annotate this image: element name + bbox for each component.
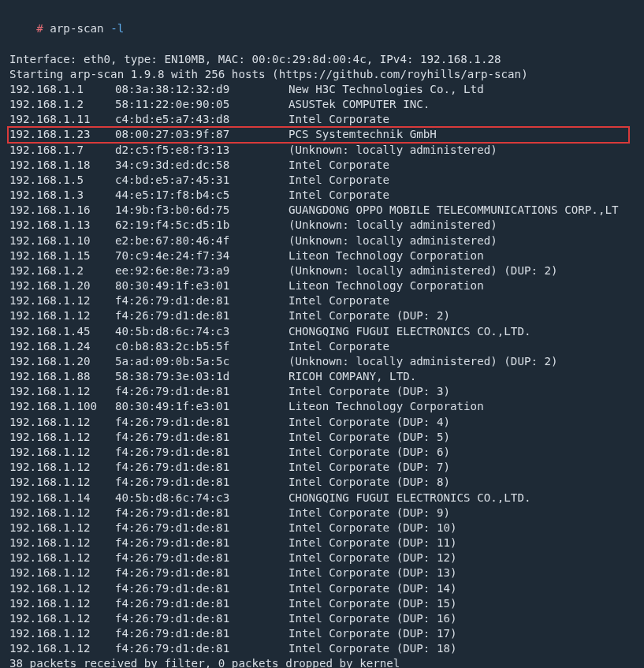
arp-mac: f4:26:79:d1:de:81 — [115, 550, 288, 565]
arp-mac: 34:c9:3d:ed:dc:58 — [115, 158, 288, 173]
arp-ip: 192.168.1.12 — [9, 596, 115, 611]
arp-mac: f4:26:79:d1:de:81 — [115, 506, 288, 521]
arp-result-row: 192.168.1.11c4:bd:e5:a7:43:d8Intel Corpo… — [9, 112, 635, 127]
arp-ip: 192.168.1.12 — [9, 641, 115, 656]
arp-ip: 192.168.1.12 — [9, 521, 115, 536]
arp-mac: 40:5b:d8:6c:74:c3 — [115, 324, 288, 339]
arp-result-row: 192.168.1.2308:00:27:03:9f:87PCS Systemt… — [9, 127, 635, 142]
arp-vendor: Intel Corporate (DUP: 17) — [288, 626, 457, 641]
arp-ip: 192.168.1.5 — [9, 173, 115, 188]
arp-result-row: 192.168.1.205a:ad:09:0b:5a:5c(Unknown: l… — [9, 354, 635, 369]
arp-result-row: 192.168.1.344:e5:17:f8:b4:c5Intel Corpor… — [9, 188, 635, 203]
arp-vendor: (Unknown: locally administered) (DUP: 2) — [288, 354, 558, 369]
arp-ip: 192.168.1.7 — [9, 143, 115, 158]
arp-ip: 192.168.1.12 — [9, 430, 115, 445]
arp-result-row: 192.168.1.24c0:b8:83:2c:b5:5fIntel Corpo… — [9, 339, 635, 354]
arp-mac: 80:30:49:1f:e3:01 — [115, 278, 288, 293]
arp-result-row: 192.168.1.12f4:26:79:d1:de:81Intel Corpo… — [9, 308, 635, 323]
arp-ip: 192.168.1.12 — [9, 475, 115, 490]
arp-mac: f4:26:79:d1:de:81 — [115, 565, 288, 580]
arp-mac: c4:bd:e5:a7:43:d8 — [115, 112, 288, 127]
arp-vendor: Intel Corporate (DUP: 15) — [288, 596, 457, 611]
arp-result-row: 192.168.1.12f4:26:79:d1:de:81Intel Corpo… — [9, 521, 635, 536]
prompt-line: # arp-scan -l — [9, 6, 635, 52]
arp-ip: 192.168.1.12 — [9, 536, 115, 550]
arp-result-row: 192.168.1.1440:5b:d8:6c:74:c3CHONGQING F… — [9, 491, 635, 506]
arp-ip: 192.168.1.12 — [9, 581, 115, 596]
arp-mac: 5a:ad:09:0b:5a:5c — [115, 354, 288, 369]
arp-ip: 192.168.1.12 — [9, 550, 115, 565]
arp-result-row: 192.168.1.12f4:26:79:d1:de:81Intel Corpo… — [9, 384, 635, 399]
arp-ip: 192.168.1.20 — [9, 354, 115, 369]
arp-vendor: Intel Corporate (DUP: 7) — [288, 460, 450, 475]
arp-mac: f4:26:79:d1:de:81 — [115, 430, 288, 445]
arp-mac: 80:30:49:1f:e3:01 — [115, 399, 288, 414]
arp-mac: f4:26:79:d1:de:81 — [115, 445, 288, 460]
arp-ip: 192.168.1.12 — [9, 308, 115, 323]
arp-mac: f4:26:79:d1:de:81 — [115, 581, 288, 596]
arp-mac: 08:3a:38:12:32:d9 — [115, 82, 288, 97]
arp-vendor: Intel Corporate — [288, 293, 389, 308]
arp-mac: d2:c5:f5:e8:f3:13 — [115, 143, 288, 158]
arp-result-row: 192.168.1.1570:c9:4e:24:f7:34Liteon Tech… — [9, 248, 635, 263]
arp-mac: f4:26:79:d1:de:81 — [115, 460, 288, 475]
arp-vendor: Intel Corporate (DUP: 14) — [288, 581, 457, 596]
arp-vendor: PCS Systemtechnik GmbH — [288, 127, 437, 142]
arp-result-row: 192.168.1.2080:30:49:1f:e3:01Liteon Tech… — [9, 278, 635, 293]
arp-ip: 192.168.1.12 — [9, 565, 115, 580]
arp-vendor: RICOH COMPANY, LTD. — [288, 369, 416, 384]
arp-ip: 192.168.1.3 — [9, 188, 115, 203]
arp-result-row: 192.168.1.7d2:c5:f5:e8:f3:13(Unknown: lo… — [9, 143, 635, 158]
arp-result-row: 192.168.1.12f4:26:79:d1:de:81Intel Corpo… — [9, 550, 635, 565]
packets-summary: 38 packets received by filter, 0 packets… — [9, 656, 635, 668]
arp-result-row: 192.168.1.12f4:26:79:d1:de:81Intel Corpo… — [9, 641, 635, 656]
arp-ip: 192.168.1.11 — [9, 112, 115, 127]
arp-ip: 192.168.1.12 — [9, 611, 115, 626]
arp-mac: f4:26:79:d1:de:81 — [115, 308, 288, 323]
arp-ip: 192.168.1.1 — [9, 82, 115, 97]
arp-result-row: 192.168.1.10080:30:49:1f:e3:01Liteon Tec… — [9, 399, 635, 414]
arp-mac: f4:26:79:d1:de:81 — [115, 611, 288, 626]
arp-vendor: (Unknown: locally administered) — [288, 218, 497, 233]
arp-vendor: CHONGQING FUGUI ELECTRONICS CO.,LTD. — [288, 491, 531, 506]
arp-result-row: 192.168.1.4540:5b:d8:6c:74:c3CHONGQING F… — [9, 324, 635, 339]
arp-result-row: 192.168.1.12f4:26:79:d1:de:81Intel Corpo… — [9, 611, 635, 626]
arp-ip: 192.168.1.13 — [9, 218, 115, 233]
arp-mac: e2:be:67:80:46:4f — [115, 233, 288, 248]
arp-result-row: 192.168.1.12f4:26:79:d1:de:81Intel Corpo… — [9, 430, 635, 445]
arp-vendor: Intel Corporate (DUP: 5) — [288, 430, 450, 445]
arp-vendor: Intel Corporate — [288, 158, 389, 173]
arp-result-row: 192.168.1.12f4:26:79:d1:de:81Intel Corpo… — [9, 506, 635, 521]
interface-line: Interface: eth0, type: EN10MB, MAC: 00:0… — [9, 52, 635, 67]
arp-mac: 62:19:f4:5c:d5:1b — [115, 218, 288, 233]
arp-mac: ee:92:6e:8e:73:a9 — [115, 263, 288, 278]
arp-vendor: (Unknown: locally administered) — [288, 233, 497, 248]
command-name: arp-scan — [50, 22, 103, 35]
arp-vendor: Intel Corporate (DUP: 9) — [288, 506, 450, 521]
arp-ip: 192.168.1.18 — [9, 158, 115, 173]
arp-vendor: GUANGDONG OPPO MOBILE TELECOMMUNICATIONS… — [288, 203, 619, 218]
terminal-output[interactable]: # arp-scan -l Interface: eth0, type: EN1… — [9, 6, 635, 668]
arp-vendor: Intel Corporate — [288, 112, 389, 127]
arp-result-row: 192.168.1.10e2:be:67:80:46:4f(Unknown: l… — [9, 233, 635, 248]
arp-ip: 192.168.1.12 — [9, 460, 115, 475]
arp-result-row: 192.168.1.12f4:26:79:d1:de:81Intel Corpo… — [9, 445, 635, 460]
arp-vendor: Intel Corporate (DUP: 3) — [288, 384, 450, 399]
arp-ip: 192.168.1.2 — [9, 97, 115, 112]
arp-mac: 58:11:22:0e:90:05 — [115, 97, 288, 112]
arp-result-row: 192.168.1.12f4:26:79:d1:de:81Intel Corpo… — [9, 626, 635, 641]
arp-result-row: 192.168.1.12f4:26:79:d1:de:81Intel Corpo… — [9, 581, 635, 596]
arp-vendor: New H3C Technologies Co., Ltd — [288, 82, 484, 97]
arp-result-row: 192.168.1.1614:9b:f3:b0:6d:75GUANGDONG O… — [9, 203, 635, 218]
arp-vendor: Intel Corporate (DUP: 4) — [288, 415, 450, 430]
arp-vendor: Intel Corporate (DUP: 12) — [288, 550, 457, 565]
arp-mac: f4:26:79:d1:de:81 — [115, 626, 288, 641]
arp-vendor: Intel Corporate (DUP: 10) — [288, 521, 457, 536]
arp-vendor: Intel Corporate — [288, 188, 389, 203]
arp-result-row: 192.168.1.12f4:26:79:d1:de:81Intel Corpo… — [9, 565, 635, 580]
arp-result-row: 192.168.1.12f4:26:79:d1:de:81Intel Corpo… — [9, 536, 635, 550]
arp-mac: 08:00:27:03:9f:87 — [115, 127, 288, 142]
arp-ip: 192.168.1.16 — [9, 203, 115, 218]
arp-result-row: 192.168.1.2ee:92:6e:8e:73:a9(Unknown: lo… — [9, 263, 635, 278]
arp-ip: 192.168.1.14 — [9, 491, 115, 506]
